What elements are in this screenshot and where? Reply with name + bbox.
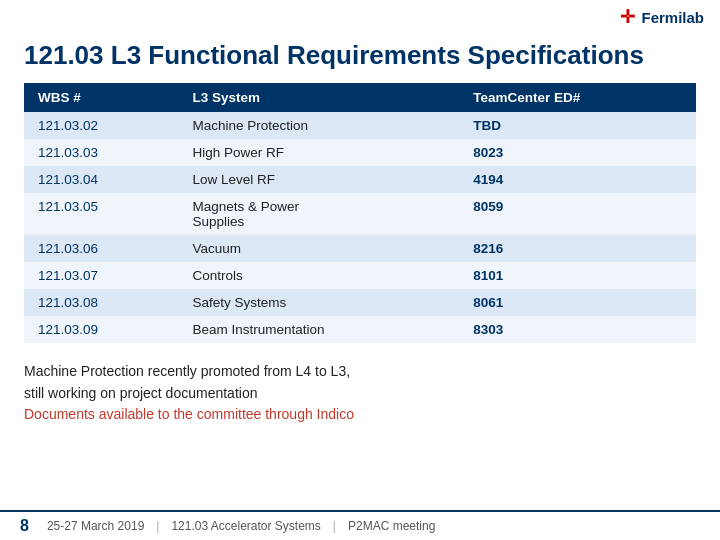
col-header-ed: TeamCenter ED# xyxy=(459,83,696,112)
cell-wbs: 121.03.02 xyxy=(24,112,178,139)
cell-wbs: 121.03.07 xyxy=(24,262,178,289)
cell-wbs: 121.03.06 xyxy=(24,235,178,262)
table-row: 121.03.09Beam Instrumentation8303 xyxy=(24,316,696,343)
table-body: 121.03.02Machine ProtectionTBD121.03.03H… xyxy=(24,112,696,343)
cell-ed: 8303 xyxy=(459,316,696,343)
cell-wbs: 121.03.09 xyxy=(24,316,178,343)
requirements-table: WBS # L3 System TeamCenter ED# 121.03.02… xyxy=(24,83,696,343)
table-row: 121.03.05Magnets & PowerSupplies8059 xyxy=(24,193,696,235)
col-header-wbs: WBS # xyxy=(24,83,178,112)
cell-ed: 8059 xyxy=(459,193,696,235)
cell-system: Low Level RF xyxy=(178,166,459,193)
fermilab-logo-text: Fermilab xyxy=(641,9,704,26)
table-row: 121.03.04Low Level RF4194 xyxy=(24,166,696,193)
footer-left: 8 25-27 March 2019 | 121.03 Accelerator … xyxy=(20,517,435,535)
fermilab-logo-icon: ✛ xyxy=(620,6,635,28)
note-line2: still working on project documentation xyxy=(24,383,696,405)
cell-system: Safety Systems xyxy=(178,289,459,316)
cell-system: High Power RF xyxy=(178,139,459,166)
cell-ed: 8023 xyxy=(459,139,696,166)
cell-ed: 8101 xyxy=(459,262,696,289)
note-line1: Machine Protection recently promoted fro… xyxy=(24,361,696,383)
footer-page-number: 8 xyxy=(20,517,29,535)
notes-section: Machine Protection recently promoted fro… xyxy=(0,357,720,434)
top-bar: ✛ Fermilab xyxy=(0,0,720,32)
footer-divider1: | xyxy=(156,519,159,533)
cell-ed: 4194 xyxy=(459,166,696,193)
page-title: 121.03 L3 Functional Requirements Specif… xyxy=(0,32,720,83)
note-line3: Documents available to the committee thr… xyxy=(24,404,696,426)
fermilab-logo: ✛ Fermilab xyxy=(620,6,704,28)
footer-divider2: | xyxy=(333,519,336,533)
cell-wbs: 121.03.04 xyxy=(24,166,178,193)
footer-meeting: P2MAC meeting xyxy=(348,519,435,533)
footer-system: 121.03 Accelerator Systems xyxy=(171,519,320,533)
cell-wbs: 121.03.05 xyxy=(24,193,178,235)
cell-wbs: 121.03.03 xyxy=(24,139,178,166)
footer: 8 25-27 March 2019 | 121.03 Accelerator … xyxy=(0,510,720,540)
cell-system: Vacuum xyxy=(178,235,459,262)
table-row: 121.03.07Controls8101 xyxy=(24,262,696,289)
cell-system: Magnets & PowerSupplies xyxy=(178,193,459,235)
table-row: 121.03.08Safety Systems8061 xyxy=(24,289,696,316)
cell-system: Controls xyxy=(178,262,459,289)
cell-system: Machine Protection xyxy=(178,112,459,139)
table-container: WBS # L3 System TeamCenter ED# 121.03.02… xyxy=(0,83,720,343)
table-row: 121.03.03High Power RF8023 xyxy=(24,139,696,166)
cell-ed: TBD xyxy=(459,112,696,139)
table-row: 121.03.02Machine ProtectionTBD xyxy=(24,112,696,139)
cell-system: Beam Instrumentation xyxy=(178,316,459,343)
cell-wbs: 121.03.08 xyxy=(24,289,178,316)
footer-date: 25-27 March 2019 xyxy=(47,519,144,533)
col-header-system: L3 System xyxy=(178,83,459,112)
cell-ed: 8061 xyxy=(459,289,696,316)
cell-ed: 8216 xyxy=(459,235,696,262)
table-row: 121.03.06Vacuum8216 xyxy=(24,235,696,262)
table-header-row: WBS # L3 System TeamCenter ED# xyxy=(24,83,696,112)
